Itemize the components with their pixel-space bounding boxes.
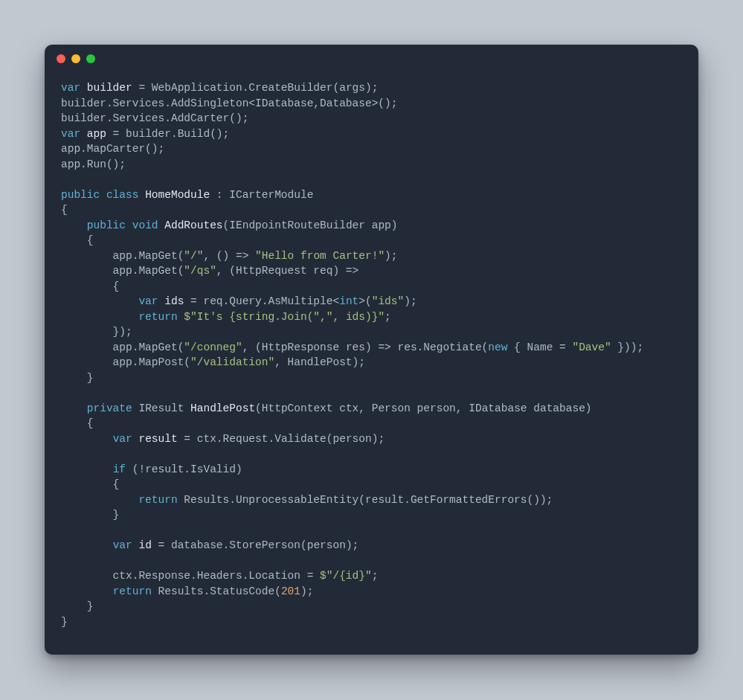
code-line[interactable]: app.MapGet("/conneg", (HttpResponse res)… [61, 340, 682, 356]
code-line[interactable]: private IResult HandlePost(HttpContext c… [61, 401, 682, 417]
code-area[interactable]: var builder = WebApplication.CreateBuild… [45, 73, 698, 637]
code-line[interactable]: ctx.Response.Headers.Location = $"/{id}"… [61, 568, 682, 584]
code-line[interactable]: return $"It's {string.Join(",", ids)}"; [61, 309, 682, 325]
code-line[interactable]: { [61, 202, 682, 218]
code-line[interactable]: } [61, 614, 682, 630]
code-line[interactable]: app.MapPost("/validation", HandlePost); [61, 355, 682, 370]
code-line[interactable]: { [61, 477, 682, 492]
code-line[interactable]: { [61, 279, 682, 295]
code-line[interactable]: }); [61, 324, 682, 340]
zoom-icon[interactable] [86, 54, 95, 63]
code-line[interactable]: } [61, 370, 682, 386]
code-line[interactable]: } [61, 599, 682, 614]
code-line[interactable]: app.MapGet("/", () => "Hello from Carter… [61, 248, 682, 264]
code-line[interactable]: { [61, 416, 682, 431]
code-line[interactable]: app.MapCarter(); [61, 141, 682, 157]
code-line[interactable] [61, 523, 682, 539]
code-line[interactable]: var ids = req.Query.AsMultiple<int>("ids… [61, 294, 682, 309]
code-line[interactable]: builder.Services.AddSingleton<IDatabase,… [61, 96, 682, 112]
window-titlebar [45, 45, 698, 73]
code-line[interactable]: app.Run(); [61, 157, 682, 173]
code-line[interactable] [61, 385, 682, 401]
code-line[interactable]: var app = builder.Build(); [61, 126, 682, 142]
code-line[interactable]: return Results.UnprocessableEntity(resul… [61, 492, 682, 508]
code-line[interactable]: app.MapGet("/qs", (HttpRequest req) => [61, 263, 682, 279]
code-line[interactable]: public void AddRoutes(IEndpointRouteBuil… [61, 218, 682, 234]
code-line[interactable] [61, 172, 682, 187]
code-line[interactable]: return Results.StatusCode(201); [61, 584, 682, 600]
minimize-icon[interactable] [71, 54, 80, 63]
code-line[interactable]: { [61, 233, 682, 248]
code-line[interactable]: if (!result.IsValid) [61, 462, 682, 478]
code-line[interactable]: builder.Services.AddCarter(); [61, 111, 682, 126]
code-line[interactable]: } [61, 507, 682, 523]
code-line[interactable]: public class HomeModule : ICarterModule [61, 187, 682, 203]
code-line[interactable] [61, 446, 682, 462]
traffic-lights [57, 54, 95, 63]
editor-window: var builder = WebApplication.CreateBuild… [45, 45, 698, 655]
code-line[interactable]: var id = database.StorePerson(person); [61, 538, 682, 553]
code-line[interactable]: var builder = WebApplication.CreateBuild… [61, 80, 682, 96]
code-line[interactable]: var result = ctx.Request.Validate(person… [61, 431, 682, 447]
code-line[interactable] [61, 553, 682, 569]
stage: var builder = WebApplication.CreateBuild… [0, 0, 743, 700]
close-icon[interactable] [57, 54, 65, 63]
